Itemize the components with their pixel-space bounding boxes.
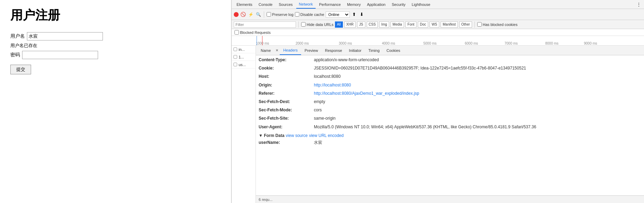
throttle-select[interactable]: Online Fast 3G Slow 3G Offline bbox=[326, 11, 350, 18]
header-cookie-name: Cookie: bbox=[259, 65, 314, 72]
tab-application[interactable]: Application bbox=[364, 0, 388, 9]
tick-6000: 6000 ms bbox=[465, 41, 478, 45]
devtools-panel: Elements Console Sources Network Perform… bbox=[231, 0, 644, 203]
network-toolbar: 🚫 ⚡ 🔍 Preserve log Disable cache Online … bbox=[232, 9, 644, 20]
list-item-3[interactable]: us... bbox=[232, 61, 256, 68]
download-button[interactable]: ⬇ bbox=[359, 11, 365, 18]
tick-2000: 2000 ms bbox=[296, 41, 309, 45]
filter-other-btn[interactable]: Other bbox=[459, 21, 472, 28]
tab-security[interactable]: Security bbox=[389, 0, 408, 9]
password-input[interactable] bbox=[22, 51, 98, 59]
search-button[interactable]: 🔍 bbox=[255, 11, 261, 18]
header-content-type-name: Content-Type: bbox=[259, 57, 314, 63]
detail-tab-timing[interactable]: Timing bbox=[365, 46, 383, 55]
filter-font-btn[interactable]: Font bbox=[405, 21, 416, 28]
filter-button[interactable]: ⚡ bbox=[248, 11, 254, 18]
has-blocked-cookies-label[interactable]: Has blocked cookies bbox=[477, 22, 518, 27]
list-item-3-checkbox[interactable] bbox=[233, 63, 237, 66]
preserve-log-label[interactable]: Preserve log bbox=[267, 12, 294, 17]
header-content-type-value: application/x-www-form-urlencoded bbox=[314, 57, 379, 63]
header-sec-fetch-mode-name: Sec-Fetch-Mode: bbox=[259, 107, 314, 113]
detail-panel: Name ✕ Headers Preview Response Initiato… bbox=[256, 46, 644, 203]
list-item-2-checkbox[interactable] bbox=[233, 55, 237, 58]
form-data-label: ▼ Form Data bbox=[259, 133, 285, 138]
tab-elements[interactable]: Elements bbox=[234, 0, 255, 9]
list-item-1-checkbox[interactable] bbox=[233, 47, 237, 51]
list-item-1[interactable]: in... bbox=[232, 46, 256, 53]
header-content-type: Content-Type: application/x-www-form-url… bbox=[259, 57, 641, 63]
filter-input[interactable] bbox=[234, 21, 296, 28]
tab-sources[interactable]: Sources bbox=[276, 0, 295, 9]
detail-tab-cookies[interactable]: Cookies bbox=[383, 46, 404, 55]
left-panel: 用户注册 用户名 用户名已存在 密码 提交 bbox=[0, 0, 231, 203]
blocked-requests-checkbox[interactable] bbox=[234, 30, 239, 35]
close-name-tab[interactable]: ✕ bbox=[274, 48, 280, 52]
timeline-bar: 1000 ms 2000 ms 3000 ms 4000 ms 5000 ms … bbox=[232, 36, 644, 46]
devtools-tab-bar: Elements Console Sources Network Perform… bbox=[232, 0, 644, 9]
devtools-main: in... 1... us... Name ✕ Headers Preview … bbox=[232, 46, 644, 203]
preserve-log-checkbox[interactable] bbox=[267, 12, 271, 17]
detail-tab-preview[interactable]: Preview bbox=[301, 46, 321, 55]
tab-lighthouse[interactable]: Lighthouse bbox=[409, 0, 433, 9]
header-sec-fetch-dest-name: Sec-Fetch-Dest: bbox=[259, 99, 314, 105]
tab-memory[interactable]: Memory bbox=[344, 0, 364, 9]
filter-img-btn[interactable]: Img bbox=[379, 21, 389, 28]
username-input[interactable] bbox=[27, 32, 103, 40]
form-data-section: ▼ Form Data view source view URL encoded bbox=[259, 133, 641, 138]
header-user-agent-value: Mozilla/5.0 (Windows NT 10.0; Win64; x64… bbox=[314, 124, 536, 130]
filter-xhr-btn[interactable]: XHR bbox=[344, 21, 356, 28]
more-tabs-button[interactable]: ⋮ bbox=[636, 1, 642, 8]
header-sec-fetch-mode-value: cors bbox=[314, 107, 322, 113]
header-host-name: Host: bbox=[259, 73, 314, 80]
tab-network[interactable]: Network bbox=[296, 0, 316, 9]
filter-doc-btn[interactable]: Doc bbox=[418, 21, 428, 28]
record-button[interactable] bbox=[234, 12, 239, 17]
header-sec-fetch-site-name: Sec-Fetch-Site: bbox=[259, 115, 314, 122]
header-origin-name: Origin: bbox=[259, 82, 314, 89]
header-host: Host: localhost:8080 bbox=[259, 73, 641, 80]
header-sec-fetch-site-value: same-origin bbox=[314, 115, 336, 122]
status-text: 6 requ... bbox=[259, 197, 272, 202]
submit-button[interactable]: 提交 bbox=[10, 65, 31, 74]
filter-separator-2 bbox=[474, 21, 475, 28]
filter-ws-btn[interactable]: WS bbox=[430, 21, 439, 28]
tick-1000: 1000 ms bbox=[256, 41, 269, 45]
hide-data-urls-checkbox[interactable] bbox=[301, 22, 306, 27]
disable-cache-checkbox[interactable] bbox=[295, 12, 299, 17]
detail-tab-name[interactable]: Name bbox=[257, 46, 274, 55]
tick-5000: 5000 ms bbox=[423, 41, 436, 45]
filter-js-btn[interactable]: JS bbox=[357, 21, 365, 28]
blocked-requests-label[interactable]: Blocked Requests bbox=[234, 30, 271, 35]
header-origin-value: http://localhost:8080 bbox=[314, 82, 351, 89]
detail-tab-headers[interactable]: Headers bbox=[280, 46, 301, 55]
form-data-username-value: 水宸 bbox=[314, 139, 322, 146]
has-blocked-cookies-checkbox[interactable] bbox=[477, 22, 482, 27]
hide-data-urls-label[interactable]: Hide data URLs bbox=[301, 22, 334, 27]
detail-tab-initiator[interactable]: Initiator bbox=[346, 46, 365, 55]
filter-all-btn[interactable]: All bbox=[335, 21, 343, 28]
filter-css-btn[interactable]: CSS bbox=[367, 21, 378, 28]
header-referer: Referer: http://localhost:8080/AjaxDemo1… bbox=[259, 90, 641, 97]
detail-tab-response[interactable]: Response bbox=[321, 46, 346, 55]
upload-button[interactable]: ⬆ bbox=[351, 11, 357, 18]
list-item-2[interactable]: 1... bbox=[232, 53, 256, 61]
header-sec-fetch-dest-value: empty bbox=[314, 99, 325, 105]
stop-button[interactable]: 🚫 bbox=[240, 11, 246, 18]
header-user-agent-name: User-Agent: bbox=[259, 124, 314, 130]
tab-console[interactable]: Console bbox=[256, 0, 275, 9]
username-row: 用户名 bbox=[10, 32, 221, 40]
view-url-encoded-link[interactable]: view URL encoded bbox=[309, 133, 344, 138]
view-source-link[interactable]: view source bbox=[286, 133, 308, 138]
filter-manifest-btn[interactable]: Manifest bbox=[441, 21, 458, 28]
filter-media-btn[interactable]: Media bbox=[391, 21, 404, 28]
tab-performance[interactable]: Performance bbox=[316, 0, 344, 9]
page-title: 用户注册 bbox=[10, 7, 221, 24]
tick-8000: 8000 ms bbox=[545, 41, 558, 45]
disable-cache-label[interactable]: Disable cache bbox=[295, 12, 324, 17]
password-label: 密码 bbox=[10, 52, 20, 58]
status-bar: 6 requ... bbox=[256, 195, 644, 203]
detail-tabs: Name ✕ Headers Preview Response Initiato… bbox=[256, 46, 644, 55]
toolbar-separator-1 bbox=[264, 11, 264, 18]
timeline-line-red bbox=[262, 36, 262, 45]
header-sec-fetch-site: Sec-Fetch-Site: same-origin bbox=[259, 115, 641, 122]
